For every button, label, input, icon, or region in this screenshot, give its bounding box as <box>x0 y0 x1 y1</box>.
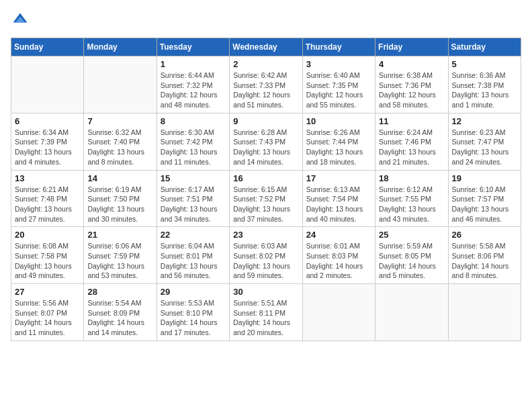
calendar-cell: 3Sunrise: 6:40 AM Sunset: 7:35 PM Daylig… <box>302 56 375 113</box>
day-number: 16 <box>233 173 298 183</box>
day-number: 10 <box>306 116 371 126</box>
day-detail: Sunrise: 6:06 AM Sunset: 7:59 PM Dayligh… <box>87 241 152 281</box>
weekday-header: Monday <box>84 38 157 56</box>
day-number: 22 <box>161 230 226 240</box>
calendar-week-row: 27Sunrise: 5:56 AM Sunset: 8:07 PM Dayli… <box>11 284 521 341</box>
calendar-cell: 27Sunrise: 5:56 AM Sunset: 8:07 PM Dayli… <box>11 284 84 341</box>
weekday-header: Tuesday <box>157 38 229 56</box>
logo-icon <box>11 11 30 30</box>
calendar-cell: 12Sunrise: 6:23 AM Sunset: 7:47 PM Dayli… <box>448 113 521 170</box>
calendar-cell <box>84 56 157 113</box>
weekday-header: Friday <box>375 38 448 56</box>
day-detail: Sunrise: 6:19 AM Sunset: 7:50 PM Dayligh… <box>87 185 152 224</box>
day-detail: Sunrise: 6:08 AM Sunset: 7:58 PM Dayligh… <box>15 241 80 281</box>
day-number: 26 <box>452 230 517 240</box>
calendar-cell <box>302 284 375 341</box>
day-number: 6 <box>15 116 80 126</box>
day-number: 5 <box>452 59 517 69</box>
day-number: 7 <box>87 116 152 126</box>
calendar-cell: 18Sunrise: 6:12 AM Sunset: 7:55 PM Dayli… <box>375 170 448 227</box>
calendar-cell: 26Sunrise: 5:58 AM Sunset: 8:06 PM Dayli… <box>448 227 521 284</box>
day-number: 12 <box>452 116 517 126</box>
calendar-week-row: 6Sunrise: 6:34 AM Sunset: 7:39 PM Daylig… <box>11 113 521 170</box>
day-detail: Sunrise: 6:38 AM Sunset: 7:36 PM Dayligh… <box>379 71 444 110</box>
day-detail: Sunrise: 6:24 AM Sunset: 7:46 PM Dayligh… <box>379 128 444 167</box>
day-detail: Sunrise: 6:21 AM Sunset: 7:48 PM Dayligh… <box>15 185 80 224</box>
day-detail: Sunrise: 6:40 AM Sunset: 7:35 PM Dayligh… <box>306 71 371 110</box>
day-number: 25 <box>379 230 444 240</box>
calendar-week-row: 1Sunrise: 6:44 AM Sunset: 7:32 PM Daylig… <box>11 56 521 113</box>
day-detail: Sunrise: 6:26 AM Sunset: 7:44 PM Dayligh… <box>306 128 371 167</box>
calendar-cell: 5Sunrise: 6:36 AM Sunset: 7:38 PM Daylig… <box>448 56 521 113</box>
calendar-cell: 23Sunrise: 6:03 AM Sunset: 8:02 PM Dayli… <box>230 227 302 284</box>
day-number: 30 <box>233 287 298 297</box>
day-detail: Sunrise: 6:30 AM Sunset: 7:42 PM Dayligh… <box>161 128 226 167</box>
day-detail: Sunrise: 6:15 AM Sunset: 7:52 PM Dayligh… <box>233 185 298 224</box>
calendar-cell: 14Sunrise: 6:19 AM Sunset: 7:50 PM Dayli… <box>84 170 157 227</box>
weekday-header-row: SundayMondayTuesdayWednesdayThursdayFrid… <box>11 38 521 56</box>
day-detail: Sunrise: 6:36 AM Sunset: 7:38 PM Dayligh… <box>452 71 517 110</box>
day-detail: Sunrise: 6:01 AM Sunset: 8:03 PM Dayligh… <box>306 241 371 281</box>
day-number: 15 <box>161 173 226 183</box>
calendar-cell: 16Sunrise: 6:15 AM Sunset: 7:52 PM Dayli… <box>230 170 302 227</box>
day-number: 13 <box>15 173 80 183</box>
day-detail: Sunrise: 6:17 AM Sunset: 7:51 PM Dayligh… <box>161 185 226 224</box>
day-number: 4 <box>379 59 444 69</box>
calendar-cell: 20Sunrise: 6:08 AM Sunset: 7:58 PM Dayli… <box>11 227 84 284</box>
calendar-cell: 21Sunrise: 6:06 AM Sunset: 7:59 PM Dayli… <box>84 227 157 284</box>
calendar-cell: 11Sunrise: 6:24 AM Sunset: 7:46 PM Dayli… <box>375 113 448 170</box>
logo <box>11 11 32 30</box>
day-detail: Sunrise: 6:10 AM Sunset: 7:57 PM Dayligh… <box>452 185 517 224</box>
day-number: 9 <box>233 116 298 126</box>
day-number: 29 <box>161 287 226 297</box>
calendar-cell <box>11 56 84 113</box>
calendar-cell: 6Sunrise: 6:34 AM Sunset: 7:39 PM Daylig… <box>11 113 84 170</box>
calendar-cell: 17Sunrise: 6:13 AM Sunset: 7:54 PM Dayli… <box>302 170 375 227</box>
day-detail: Sunrise: 5:59 AM Sunset: 8:05 PM Dayligh… <box>379 241 444 281</box>
calendar-cell: 28Sunrise: 5:54 AM Sunset: 8:09 PM Dayli… <box>84 284 157 341</box>
calendar-cell: 2Sunrise: 6:42 AM Sunset: 7:33 PM Daylig… <box>230 56 302 113</box>
weekday-header: Saturday <box>448 38 521 56</box>
day-detail: Sunrise: 6:28 AM Sunset: 7:43 PM Dayligh… <box>233 128 298 167</box>
weekday-header: Thursday <box>302 38 375 56</box>
calendar-cell: 25Sunrise: 5:59 AM Sunset: 8:05 PM Dayli… <box>375 227 448 284</box>
calendar-table: SundayMondayTuesdayWednesdayThursdayFrid… <box>11 38 521 341</box>
day-number: 8 <box>161 116 226 126</box>
calendar-week-row: 20Sunrise: 6:08 AM Sunset: 7:58 PM Dayli… <box>11 227 521 284</box>
day-detail: Sunrise: 6:13 AM Sunset: 7:54 PM Dayligh… <box>306 185 371 224</box>
calendar-week-row: 13Sunrise: 6:21 AM Sunset: 7:48 PM Dayli… <box>11 170 521 227</box>
day-detail: Sunrise: 6:44 AM Sunset: 7:32 PM Dayligh… <box>161 71 226 110</box>
calendar-cell: 13Sunrise: 6:21 AM Sunset: 7:48 PM Dayli… <box>11 170 84 227</box>
calendar-cell: 7Sunrise: 6:32 AM Sunset: 7:40 PM Daylig… <box>84 113 157 170</box>
day-detail: Sunrise: 6:32 AM Sunset: 7:40 PM Dayligh… <box>87 128 152 167</box>
calendar-cell: 1Sunrise: 6:44 AM Sunset: 7:32 PM Daylig… <box>157 56 229 113</box>
day-number: 2 <box>233 59 298 69</box>
weekday-header: Sunday <box>11 38 84 56</box>
weekday-header: Wednesday <box>230 38 302 56</box>
day-number: 27 <box>15 287 80 297</box>
day-number: 23 <box>233 230 298 240</box>
day-number: 1 <box>161 59 226 69</box>
day-number: 3 <box>306 59 371 69</box>
day-detail: Sunrise: 6:23 AM Sunset: 7:47 PM Dayligh… <box>452 128 517 167</box>
day-detail: Sunrise: 6:42 AM Sunset: 7:33 PM Dayligh… <box>233 71 298 110</box>
page-header <box>11 11 521 30</box>
calendar-cell: 4Sunrise: 6:38 AM Sunset: 7:36 PM Daylig… <box>375 56 448 113</box>
calendar-cell: 29Sunrise: 5:53 AM Sunset: 8:10 PM Dayli… <box>157 284 229 341</box>
day-number: 20 <box>15 230 80 240</box>
calendar-cell <box>448 284 521 341</box>
day-detail: Sunrise: 5:58 AM Sunset: 8:06 PM Dayligh… <box>452 241 517 281</box>
day-number: 18 <box>379 173 444 183</box>
calendar-cell <box>375 284 448 341</box>
calendar-cell: 8Sunrise: 6:30 AM Sunset: 7:42 PM Daylig… <box>157 113 229 170</box>
calendar-cell: 24Sunrise: 6:01 AM Sunset: 8:03 PM Dayli… <box>302 227 375 284</box>
calendar-cell: 30Sunrise: 5:51 AM Sunset: 8:11 PM Dayli… <box>230 284 302 341</box>
day-number: 21 <box>87 230 152 240</box>
day-number: 28 <box>87 287 152 297</box>
day-number: 14 <box>87 173 152 183</box>
calendar-cell: 22Sunrise: 6:04 AM Sunset: 8:01 PM Dayli… <box>157 227 229 284</box>
day-detail: Sunrise: 6:03 AM Sunset: 8:02 PM Dayligh… <box>233 241 298 281</box>
day-detail: Sunrise: 5:53 AM Sunset: 8:10 PM Dayligh… <box>161 298 226 338</box>
day-detail: Sunrise: 6:34 AM Sunset: 7:39 PM Dayligh… <box>15 128 80 167</box>
day-detail: Sunrise: 5:51 AM Sunset: 8:11 PM Dayligh… <box>233 298 298 338</box>
